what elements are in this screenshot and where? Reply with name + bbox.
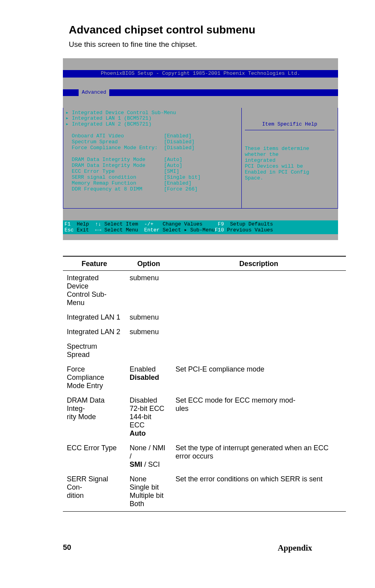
bios-setting-value: [Auto] — [164, 157, 182, 163]
bios-setting-value: [Enabled] — [164, 133, 191, 139]
bios-setting-value: [Disabled] — [164, 145, 195, 151]
bios-setting-row: ECC Error Type[SMI] — [66, 169, 238, 175]
table-row: ECC Error TypeNone / NMI /SMI / SCISet t… — [63, 441, 346, 472]
bios-setting-row: Spectrum Spread[Disabled] — [66, 139, 238, 145]
bios-footer: F1 Help ↑↓ Select Item -/+ Change Values… — [63, 220, 338, 234]
bios-help-text: These items determine whether the integr… — [245, 146, 335, 181]
bios-setting-label: Spectrum Spread — [66, 139, 164, 145]
cell-feature: DRAM Data Integ-rity Mode — [63, 393, 126, 441]
cell-feature: SERR Signal Con-dition — [63, 472, 126, 512]
cell-description: Set ECC mode for ECC memory mod-ules — [171, 393, 346, 441]
cell-option: submenu — [126, 310, 172, 325]
bios-setting-value: [Disabled] — [164, 139, 195, 145]
bios-help-title: Item Specific Help — [245, 122, 335, 130]
page-number: 50 — [63, 543, 71, 553]
bios-setting-row: Onboard ATI Video[Enabled] — [66, 133, 238, 139]
cell-option: submenu — [126, 270, 172, 310]
table-row: Force ComplianceMode EntryEnabledDisable… — [63, 362, 346, 393]
cell-description: Set the type of interrupt generated when… — [171, 441, 346, 472]
cell-option: NoneSingle bitMultiple bitBoth — [126, 472, 172, 512]
page-title: Advanced chipset control submenu — [69, 24, 344, 36]
cell-feature: Integrated DeviceControl Sub-Menu — [63, 270, 126, 310]
cell-description: Set PCI-E compliance mode — [171, 362, 346, 393]
cell-option: EnabledDisabled — [126, 362, 172, 393]
page-footer: 50 Appendix — [63, 543, 312, 553]
bios-left-pane: ▸ Integrated Device Control Sub-Menu▸ In… — [63, 108, 242, 208]
bios-setting-row: DRAM Data Integrity Mode[Auto] — [66, 163, 238, 169]
bios-setting-label: DRAM Data Integrity Mode — [66, 163, 164, 169]
bios-screenshot: PhoenixBIOS Setup - Copyright 1985-2001 … — [63, 58, 338, 240]
bios-setting-row: SERR signal condition[Single bit] — [66, 175, 238, 181]
cell-description — [171, 310, 346, 325]
bios-setting-value: [Auto] — [164, 163, 182, 169]
cell-description: Set the error conditions on which SERR i… — [171, 472, 346, 512]
bios-setting-value: [SMI] — [164, 169, 179, 175]
page-subtitle: Use this screen to fine tine the chipset… — [69, 40, 344, 49]
bios-setting-label: SERR signal condition — [66, 175, 164, 181]
bios-setting-label: Onboard ATI Video — [66, 133, 164, 139]
bios-tabbar: Advanced — [63, 89, 338, 96]
col-description: Description — [171, 256, 346, 271]
cell-description — [171, 270, 346, 310]
bios-setting-row: Force Compliance Mode Entry:[Disabled] — [66, 145, 238, 151]
cell-description — [171, 325, 346, 339]
bios-setting-value: [Force 266] — [164, 187, 198, 192]
table-row: Integrated LAN 2submenu — [63, 325, 346, 339]
feature-table: Feature Option Description Integrated De… — [63, 256, 346, 512]
cell-feature: Spectrum Spread — [63, 339, 126, 362]
table-row: Integrated DeviceControl Sub-Menusubmenu — [63, 270, 346, 310]
section-label: Appendix — [278, 543, 312, 553]
bios-setting-value: [Single bit] — [164, 175, 201, 181]
cell-option: None / NMI /SMI / SCI — [126, 441, 172, 472]
table-row: DRAM Data Integ-rity ModeDisabled72-bit … — [63, 393, 346, 441]
bios-setting-value: [Enabled] — [164, 181, 191, 187]
bios-submenu-item: ▸ Integrated Device Control Sub-Menu — [66, 110, 238, 116]
bios-submenu-item: ▸ Integrated LAN 2 (BCM5721) — [66, 122, 238, 128]
cell-feature: Integrated LAN 2 — [63, 325, 126, 339]
bios-tab-advanced: Advanced — [79, 89, 109, 96]
cell-option: Disabled72-bit ECC144-bit ECCAuto — [126, 393, 172, 441]
bios-setting-label: DDR Frequency at 8 DIMM — [66, 187, 164, 192]
bios-setting-label: DRAM Data Integrity Mode — [66, 157, 164, 163]
cell-option — [126, 339, 172, 362]
table-row: SERR Signal Con-ditionNoneSingle bitMult… — [63, 472, 346, 512]
cell-description — [171, 339, 346, 362]
col-feature: Feature — [63, 256, 126, 271]
bios-setting-label: ECC Error Type — [66, 169, 164, 175]
bios-setting-row: Memory Remap Function[Enabled] — [66, 181, 238, 187]
cell-feature: Force ComplianceMode Entry — [63, 362, 126, 393]
bios-setting-row: DRAM Data Integrity Mode[Auto] — [66, 157, 238, 163]
bios-setting-row: DDR Frequency at 8 DIMM[Force 266] — [66, 187, 238, 192]
cell-feature: Integrated LAN 1 — [63, 310, 126, 325]
bios-submenu-item: ▸ Integrated LAN 1 (BCM5721) — [66, 116, 238, 122]
bios-title: PhoenixBIOS Setup - Copyright 1985-2001 … — [63, 70, 338, 78]
cell-feature: ECC Error Type — [63, 441, 126, 472]
bios-setting-label: Force Compliance Mode Entry: — [66, 145, 164, 151]
bios-help-pane: Item Specific Help These items determine… — [242, 108, 338, 208]
bios-setting-label: Memory Remap Function — [66, 181, 164, 187]
col-option: Option — [126, 256, 172, 271]
table-row: Integrated LAN 1submenu — [63, 310, 346, 325]
cell-option: submenu — [126, 325, 172, 339]
table-row: Spectrum Spread — [63, 339, 346, 362]
